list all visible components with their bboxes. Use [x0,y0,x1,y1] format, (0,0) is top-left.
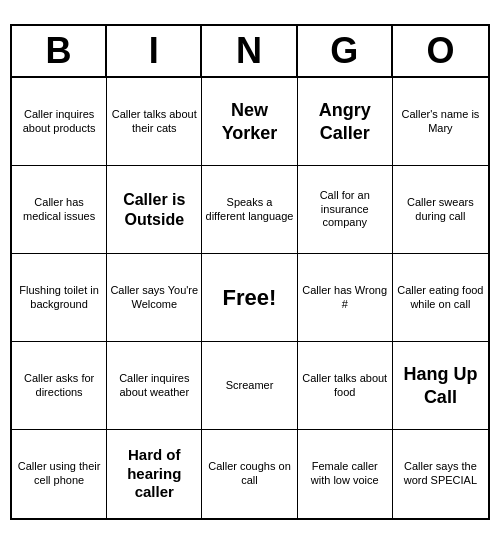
bingo-cell-22: Caller coughs on call [202,430,297,518]
bingo-header: BINGO [12,26,488,78]
bingo-grid: Caller inquires about productsCaller tal… [12,78,488,518]
bingo-cell-7: Speaks a different language [202,166,297,254]
bingo-card: BINGO Caller inquires about productsCall… [10,24,490,520]
bingo-cell-16: Caller inquires about weather [107,342,202,430]
bingo-cell-6: Caller is Outside [107,166,202,254]
bingo-cell-14: Caller eating food while on call [393,254,488,342]
bingo-cell-5: Caller has medical issues [12,166,107,254]
bingo-cell-3: Angry Caller [298,78,393,166]
bingo-cell-18: Caller talks about food [298,342,393,430]
bingo-cell-23: Female caller with low voice [298,430,393,518]
bingo-header-letter: N [202,26,297,76]
bingo-cell-13: Caller has Wrong # [298,254,393,342]
bingo-header-letter: B [12,26,107,76]
bingo-cell-19: Hang Up Call [393,342,488,430]
bingo-cell-0: Caller inquires about products [12,78,107,166]
bingo-cell-1: Caller talks about their cats [107,78,202,166]
bingo-header-letter: O [393,26,488,76]
bingo-cell-15: Caller asks for directions [12,342,107,430]
bingo-cell-8: Call for an insurance company [298,166,393,254]
bingo-header-letter: I [107,26,202,76]
bingo-cell-20: Caller using their cell phone [12,430,107,518]
bingo-cell-12: Free! [202,254,297,342]
bingo-cell-11: Caller says You're Welcome [107,254,202,342]
bingo-cell-17: Screamer [202,342,297,430]
bingo-cell-2: New Yorker [202,78,297,166]
bingo-cell-24: Caller says the word SPECIAL [393,430,488,518]
bingo-cell-10: Flushing toilet in background [12,254,107,342]
bingo-header-letter: G [298,26,393,76]
bingo-cell-21: Hard of hearing caller [107,430,202,518]
bingo-cell-9: Caller swears during call [393,166,488,254]
bingo-cell-4: Caller's name is Mary [393,78,488,166]
